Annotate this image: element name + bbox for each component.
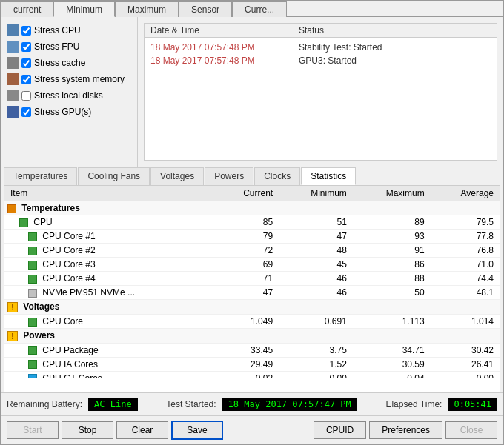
row-core4-name: CPU Core #4 (4, 272, 215, 286)
table-row: CPU 85 51 89 79.5 (4, 215, 500, 230)
clear-button[interactable]: Clear (116, 421, 168, 439)
row-core3-current: 69 (215, 258, 279, 272)
row-cpucore-average: 1.014 (431, 314, 500, 328)
category-temperatures: Temperatures (4, 201, 500, 215)
tab-current2[interactable]: Curre... (232, 1, 287, 17)
power-icon (28, 346, 37, 355)
category-voltages: ! Voltages (4, 300, 500, 315)
battery-value: AC Line (88, 398, 138, 411)
log-date-1: 18 May 2017 07:57:48 PM (150, 56, 299, 66)
tab-current[interactable]: current (1, 1, 53, 17)
row-core2-minimum: 48 (279, 244, 353, 258)
row-cpu-name: CPU (4, 215, 215, 230)
data-table-container: Item Current Minimum Maximum Average Tem… (4, 185, 500, 392)
temp-category-icon (7, 204, 16, 213)
tab-bar: Temperatures Cooling Fans Voltages Power… (1, 167, 503, 185)
row-cpu-average: 79.5 (431, 215, 500, 230)
elapsed-value: 0:05:41 (448, 398, 497, 411)
row-cpugt-name: CPU GT Cores (4, 371, 215, 378)
row-cpucore-maximum: 1.113 (353, 314, 431, 328)
stress-mem-item: Stress system memory (4, 72, 134, 87)
category-powers-label: ! Powers (4, 328, 500, 343)
stress-gpu-item: Stress GPU(s) (4, 104, 134, 119)
row-core2-maximum: 91 (353, 244, 431, 258)
row-core2-name: CPU Core #2 (4, 244, 215, 258)
tab-statistics[interactable]: Statistics (301, 167, 356, 185)
elapsed-label: Elapsed Time: (385, 399, 442, 409)
row-cpuia-minimum: 1.52 (279, 357, 353, 371)
stress-cpu-label[interactable]: Stress CPU (21, 25, 81, 36)
stress-fpu-checkbox[interactable] (21, 42, 31, 52)
row-cpugt-minimum: 0.00 (279, 371, 353, 378)
tab-temperatures[interactable]: Temperatures (4, 167, 77, 185)
col-current: Current (215, 186, 279, 201)
stress-cpu-checkbox[interactable] (21, 26, 31, 36)
stress-panel: Stress CPU Stress FPU Stress cache (1, 17, 138, 167)
row-core1-maximum: 93 (353, 230, 431, 244)
stress-disk-text: Stress local disks (34, 90, 103, 101)
table-row: CPU GT Cores 0.03 0.00 0.04 0.00 (4, 371, 500, 378)
row-core4-minimum: 46 (279, 272, 353, 286)
temp-icon (28, 275, 37, 284)
tab-cooling-fans[interactable]: Cooling Fans (78, 167, 150, 185)
disk-icon (7, 90, 19, 101)
stress-gpu-text: Stress GPU(s) (34, 107, 91, 117)
preferences-button[interactable]: Preferences (369, 421, 442, 439)
row-nvme-current: 47 (215, 286, 279, 300)
test-label: Test Started: (166, 399, 216, 409)
row-cpugt-average: 0.00 (431, 371, 500, 378)
stress-fpu-text: Stress FPU (34, 41, 79, 52)
tab-minimum[interactable]: Minimum (53, 1, 115, 17)
close-button[interactable]: Close (445, 421, 497, 439)
row-core4-maximum: 88 (353, 272, 431, 286)
log-status-0: Stability Test: Started (299, 42, 491, 53)
row-core2-average: 76.8 (431, 244, 500, 258)
table-row: CPU Core #3 69 45 86 71.0 (4, 258, 500, 272)
log-panel: Date & Time Status 18 May 2017 07:57:48 … (144, 23, 497, 161)
cpuid-button[interactable]: CPUID (314, 421, 366, 439)
tab-powers[interactable]: Powers (205, 167, 253, 185)
row-core3-maximum: 86 (353, 258, 431, 272)
top-tab-bar: current Minimum Maximum Sensor Curre... (1, 1, 503, 17)
row-core3-minimum: 45 (279, 258, 353, 272)
table-row: CPU Core #4 71 46 88 74.4 (4, 272, 500, 286)
stress-gpu-label[interactable]: Stress GPU(s) (21, 107, 91, 117)
row-cpucore-current: 1.049 (215, 314, 279, 328)
cpu-icon (7, 24, 19, 36)
stress-disk-checkbox[interactable] (21, 91, 31, 101)
tab-sensor[interactable]: Sensor (179, 1, 232, 17)
power-icon (28, 360, 37, 369)
stress-mem-label[interactable]: Stress system memory (21, 74, 125, 84)
temp-icon (28, 261, 37, 270)
warn-icon: ! (7, 302, 18, 312)
col-maximum: Maximum (353, 186, 431, 201)
stress-gpu-checkbox[interactable] (21, 107, 31, 117)
row-cpugt-current: 0.03 (215, 371, 279, 378)
row-cpupkg-maximum: 34.71 (353, 343, 431, 357)
stress-cache-text: Stress cache (34, 58, 85, 68)
tab-maximum[interactable]: Maximum (115, 1, 179, 17)
stress-disk-label[interactable]: Stress local disks (21, 90, 103, 101)
stop-button[interactable]: Stop (62, 421, 113, 439)
category-powers: ! Powers (4, 328, 500, 343)
log-entry-1: 18 May 2017 07:57:48 PM GPU3: Started (145, 54, 497, 67)
tab-voltages[interactable]: Voltages (150, 167, 204, 185)
row-cpu-minimum: 51 (279, 215, 353, 230)
row-cpupkg-minimum: 3.75 (279, 343, 353, 357)
table-row: CPU Core 1.049 0.691 1.113 1.014 (4, 314, 500, 328)
col-minimum: Minimum (279, 186, 353, 201)
start-button[interactable]: Start (7, 421, 59, 439)
status-bar: Remaining Battery: AC Line Test Started:… (1, 392, 503, 415)
gpu-icon (7, 106, 19, 118)
stress-cache-label[interactable]: Stress cache (21, 58, 85, 68)
table-scroll-area[interactable]: Item Current Minimum Maximum Average Tem… (4, 186, 500, 378)
log-date-0: 18 May 2017 07:57:48 PM (150, 42, 299, 53)
save-button[interactable]: Save (171, 421, 223, 440)
stress-cache-checkbox[interactable] (21, 58, 31, 68)
tab-clocks[interactable]: Clocks (254, 167, 300, 185)
stress-fpu-label[interactable]: Stress FPU (21, 41, 79, 52)
stress-mem-text: Stress system memory (34, 74, 125, 84)
stress-mem-checkbox[interactable] (21, 75, 31, 84)
row-cpucore-minimum: 0.691 (279, 314, 353, 328)
row-core2-current: 72 (215, 244, 279, 258)
